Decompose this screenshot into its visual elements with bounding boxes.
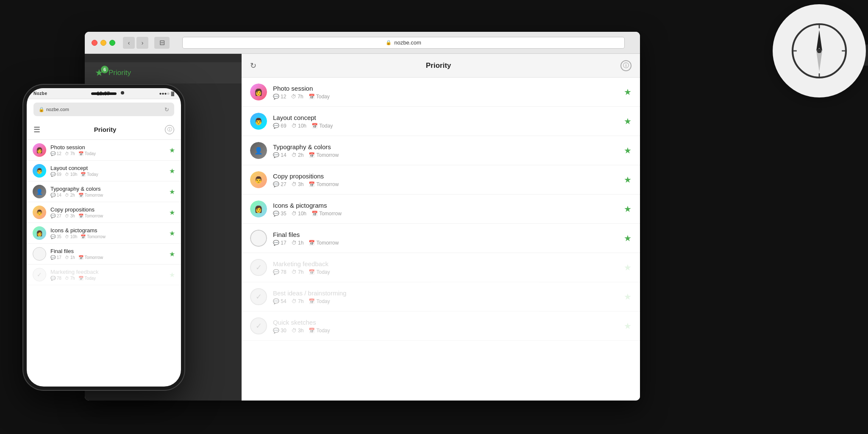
phone-star-button[interactable]: ★ (169, 271, 175, 279)
comment-count: 💬 14 (273, 152, 287, 158)
phone-task-item[interactable]: 👨 Layout concept 💬 69 ⏱ 10h 📅 Today ★ (27, 161, 181, 181)
avatar-image: 👨 (250, 113, 267, 130)
phone-star-button[interactable]: ★ (169, 167, 175, 175)
task-title: Typography & colors (273, 143, 620, 150)
phone-url-address: nozbe.com (46, 107, 69, 112)
star-button[interactable]: ★ (624, 262, 632, 273)
phone-avatar: 👤 (33, 185, 46, 198)
phone-star-button[interactable]: ★ (169, 188, 175, 196)
phone-container: Nozbe 13:07 ●●●○ ▓ 🔒 nozbe.com ↻ ☰ Prior… (23, 85, 184, 390)
comment-count: 💬 78 (273, 269, 287, 275)
star-button[interactable]: ★ (624, 116, 632, 126)
star-button[interactable]: ★ (624, 204, 632, 214)
comment-count: 💬 14 (50, 193, 61, 198)
task-title: Copy propositions (273, 172, 620, 180)
phone-star-button[interactable]: ★ (169, 250, 175, 258)
back-button[interactable]: ‹ (123, 37, 135, 49)
phone-star-button[interactable]: ★ (169, 229, 175, 237)
phone-reload-icon[interactable]: ↻ (164, 106, 169, 113)
phone-task-item[interactable]: 👩 Icons & pictograms 💬 35 ⏱ 10h 📅 Tomorr… (27, 223, 181, 244)
phone-menu-icon[interactable]: ☰ (33, 125, 40, 134)
phone-task-meta: 💬 35 ⏱ 10h 📅 Tomorrow (50, 234, 169, 239)
time-estimate: ⏱ 2h (292, 152, 304, 158)
phone-task-item[interactable]: 👨 Copy propositions 💬 27 ⏱ 3h 📅 Tomorrow… (27, 202, 181, 223)
task-meta: 💬 17 ⏱ 1h 📅 Tomorrow (273, 240, 620, 246)
star-button[interactable]: ★ (624, 321, 632, 331)
time-estimate: ⏱ 7h (292, 298, 304, 304)
task-meta: 💬 69 ⏱ 10h 📅 Today (273, 123, 620, 129)
avatar: 👨 (250, 171, 267, 188)
comment-count: 💬 27 (50, 214, 61, 218)
phone-done-avatar: ✓ (33, 268, 46, 281)
task-content: Photo session 💬 12 ⏱ 7h 📅 Today (273, 85, 620, 100)
phone-task-meta: 💬 27 ⏱ 3h 📅 Tomorrow (50, 214, 169, 218)
phone-task-item[interactable]: 👤 Typography & colors 💬 14 ⏱ 2h 📅 Tomorr… (27, 181, 181, 202)
task-meta: 💬 14 ⏱ 2h 📅 Tomorrow (273, 152, 620, 158)
comment-count: 💬 27 (273, 181, 287, 187)
task-item[interactable]: 👨 Copy propositions 💬 27 ⏱ 3h 📅 Tomorrow… (242, 165, 640, 195)
due-date: 📅 Tomorrow (309, 240, 339, 246)
comment-count: 💬 78 (50, 276, 61, 281)
task-item[interactable]: 👤 Typography & colors 💬 14 ⏱ 2h 📅 Tomorr… (242, 136, 640, 165)
phone-url-bar[interactable]: 🔒 nozbe.com ↻ (33, 103, 174, 116)
star-button[interactable]: ★ (624, 233, 632, 243)
avatar-image: 👤 (250, 142, 267, 159)
task-item[interactable]: Final files 💬 17 ⏱ 1h 📅 Tomorrow ★ (242, 224, 640, 253)
info-button[interactable]: ⓘ (620, 60, 632, 71)
sidebar-priority-label: Priority (108, 69, 131, 77)
phone-task-item[interactable]: 👩 Photo session 💬 12 ⏱ 7h 📅 Today ★ (27, 140, 181, 161)
star-button[interactable]: ★ (624, 145, 632, 156)
time-estimate: ⏱ 10h (65, 172, 77, 177)
avatar: 👩 (250, 83, 267, 100)
due-date: 📅 Today (309, 328, 330, 334)
phone-avatar-empty (33, 247, 46, 261)
avatar-empty (250, 230, 267, 247)
star-button[interactable]: ★ (624, 292, 632, 302)
task-title: Quick sketches (273, 319, 620, 326)
task-content: Typography & colors 💬 14 ⏱ 2h 📅 Tomorrow (273, 143, 620, 158)
avatar: 👨 (250, 113, 267, 130)
star-button[interactable]: ★ (624, 87, 632, 97)
time-estimate: ⏱ 1h (65, 255, 75, 260)
task-content: Final files 💬 17 ⏱ 1h 📅 Tomorrow (273, 231, 620, 246)
due-date: 📅 Today (78, 151, 96, 156)
task-item[interactable]: 👩 Icons & pictograms 💬 35 ⏱ 10h 📅 Tomorr… (242, 195, 640, 224)
phone-task-item[interactable]: ✓ Marketing feedback 💬 78 ⏱ 7h 📅 Today ★ (27, 264, 181, 285)
task-item[interactable]: 👨 Layout concept 💬 69 ⏱ 10h 📅 Today ★ (242, 107, 640, 136)
time-estimate: ⏱ 7h (292, 269, 304, 275)
phone-task-title: Copy propositions (50, 206, 169, 213)
task-meta: 💬 12 ⏱ 7h 📅 Today (273, 94, 620, 100)
task-item[interactable]: ✓ Marketing feedback 💬 78 ⏱ 7h 📅 Today ★ (242, 253, 640, 282)
phone-task-content: Final files 💬 17 ⏱ 1h 📅 Tomorrow (50, 248, 169, 260)
forward-button[interactable]: › (136, 37, 148, 49)
done-avatar: ✓ (250, 259, 267, 276)
time-estimate: ⏱ 10h (292, 211, 306, 217)
time-estimate: ⏱ 2h (65, 193, 75, 198)
sidebar-item-priority[interactable]: ★ Priority 6 (85, 62, 242, 83)
svg-marker-1 (816, 30, 822, 51)
phone-task-meta: 💬 69 ⏱ 10h 📅 Today (50, 172, 169, 177)
phone-star-button[interactable]: ★ (169, 209, 175, 217)
comment-count: 💬 12 (50, 151, 61, 156)
refresh-icon[interactable]: ↻ (250, 61, 256, 70)
task-content: Best ideas / brainstorming 💬 54 ⏱ 7h 📅 T… (273, 289, 620, 304)
task-item[interactable]: ✓ Best ideas / brainstorming 💬 54 ⏱ 7h 📅… (242, 282, 640, 312)
address-bar[interactable]: 🔒 nozbe.com (182, 37, 625, 49)
phone-star-button[interactable]: ★ (169, 146, 175, 154)
phone-speaker (91, 92, 117, 95)
phone-task-list: 👩 Photo session 💬 12 ⏱ 7h 📅 Today ★ 👨 (27, 140, 181, 285)
task-meta: 💬 54 ⏱ 7h 📅 Today (273, 298, 620, 304)
clock-icon: ⏱ (291, 94, 296, 100)
star-button[interactable]: ★ (624, 175, 632, 185)
task-item[interactable]: ✓ Quick sketches 💬 30 ⏱ 3h 📅 Today ★ (242, 312, 640, 341)
avatar-image: 👩 (250, 83, 267, 100)
time-estimate: ⏱ 3h (65, 214, 75, 218)
task-item[interactable]: 👩 Photo session 💬 12 ⏱ 7h 📅 Today ★ (242, 78, 640, 107)
task-title: Marketing feedback (273, 260, 620, 267)
phone-task-item[interactable]: Final files 💬 17 ⏱ 1h 📅 Tomorrow ★ (27, 244, 181, 264)
fullscreen-button[interactable] (109, 40, 115, 46)
minimize-button[interactable] (100, 40, 106, 46)
phone-info-button[interactable]: ⓘ (165, 125, 174, 134)
close-button[interactable] (92, 40, 97, 46)
sidebar-toggle-button[interactable]: ⊟ (154, 37, 170, 49)
